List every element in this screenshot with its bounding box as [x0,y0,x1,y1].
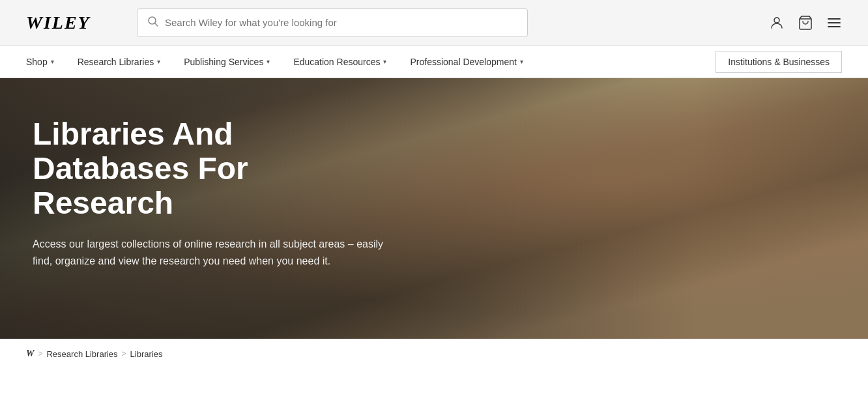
site-header: Wiley [0,0,868,46]
search-icon [148,16,158,29]
chevron-down-icon: ▾ [51,58,54,65]
search-input[interactable] [165,17,517,28]
breadcrumb-research-libraries-link[interactable]: Research Libraries [46,349,117,359]
nav-item-research-libraries[interactable]: Research Libraries ▾ [66,46,173,78]
hero-content: Libraries And Databases For Research Acc… [0,78,430,309]
svg-line-1 [155,23,158,26]
chevron-down-icon: ▾ [520,58,523,65]
breadcrumb-home-link[interactable]: W [26,349,34,359]
chevron-down-icon: ▾ [383,58,386,65]
breadcrumb-current-page: Libraries [130,349,163,359]
cart-button[interactable] [798,15,813,31]
breadcrumb-separator-2: > [122,349,126,358]
hero-title: Libraries And Databases For Research [33,117,398,220]
account-button[interactable] [769,15,785,31]
institutions-cta-button[interactable]: Institutions & Businesses [716,51,842,73]
menu-button[interactable] [826,15,842,31]
hero-section: Libraries And Databases For Research Acc… [0,78,868,339]
nav-item-education-resources[interactable]: Education Resources ▾ [282,46,398,78]
chevron-down-icon: ▾ [157,58,160,65]
nav-item-shop[interactable]: Shop ▾ [26,46,66,78]
nav-item-professional-development[interactable]: Professional Development ▾ [398,46,534,78]
breadcrumb-separator-1: > [38,349,42,358]
search-bar [137,8,528,37]
svg-point-2 [774,18,779,23]
hero-description: Access our largest collections of online… [33,236,384,269]
chevron-down-icon: ▾ [267,58,270,65]
nav-item-publishing-services[interactable]: Publishing Services ▾ [172,46,282,78]
breadcrumb: W > Research Libraries > Libraries [0,339,868,368]
site-logo[interactable]: Wiley [26,12,111,33]
header-icons [769,15,842,31]
main-nav: Shop ▾ Research Libraries ▾ Publishing S… [0,46,868,78]
